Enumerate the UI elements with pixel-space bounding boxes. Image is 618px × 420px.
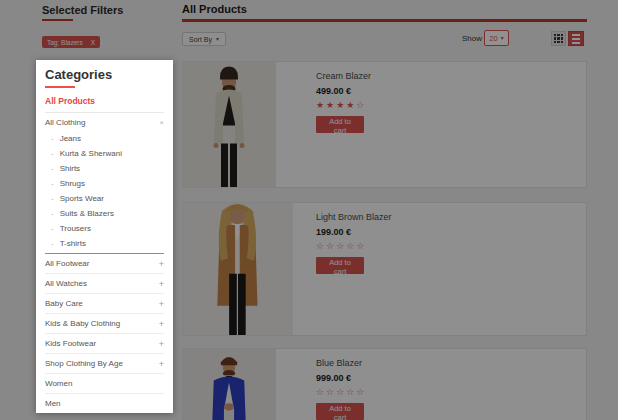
categories-panel: Categories All Products All Clothing × -… <box>36 60 173 413</box>
categories-title: Categories <box>45 68 164 82</box>
subcategory-t-shirts[interactable]: - T-shirts <box>45 236 164 251</box>
category-kids-baby-clothing[interactable]: Kids & Baby Clothing + <box>45 314 164 334</box>
expand-icon[interactable]: + <box>159 279 164 289</box>
subcategory-label: Jeans <box>60 134 81 143</box>
category-shop-clothing-by-age[interactable]: Shop Clothing By Age + <box>45 354 164 374</box>
dash-icon: - <box>51 224 54 233</box>
dash-icon: - <box>51 194 54 203</box>
category-baby-care[interactable]: Baby Care + <box>45 294 164 314</box>
subcategory-label: Shrugs <box>60 179 85 188</box>
dash-icon: - <box>51 149 54 158</box>
category-all-footwear[interactable]: All Footwear + <box>45 254 164 274</box>
category-kids-footwear[interactable]: Kids Footwear + <box>45 334 164 354</box>
subcategory-jeans[interactable]: - Jeans <box>45 131 164 146</box>
dash-icon: - <box>51 239 54 248</box>
dash-icon: - <box>51 209 54 218</box>
expand-icon[interactable]: + <box>159 299 164 309</box>
category-label: All Clothing <box>45 118 85 127</box>
category-women[interactable]: Women <box>45 374 164 394</box>
subcategory-label: Shirts <box>60 164 80 173</box>
category-all-products[interactable]: All Products <box>45 96 164 113</box>
subcategory-label: Kurta & Sherwani <box>60 149 122 158</box>
subcategory-shirts[interactable]: - Shirts <box>45 161 164 176</box>
subcategory-suits-blazers[interactable]: - Suits & Blazers <box>45 206 164 221</box>
category-label: All Watches <box>45 279 87 288</box>
category-label: Baby Care <box>45 299 83 308</box>
subcategory-label: Sports Wear <box>60 194 104 203</box>
category-label: Kids & Baby Clothing <box>45 319 120 328</box>
expand-icon[interactable]: + <box>159 359 164 369</box>
category-all-clothing[interactable]: All Clothing × <box>45 113 164 131</box>
category-label: Women <box>45 379 72 388</box>
subcategory-kurta-sherwani[interactable]: - Kurta & Sherwani <box>45 146 164 161</box>
category-label: All Footwear <box>45 259 89 268</box>
subcategory-sports-wear[interactable]: - Sports Wear <box>45 191 164 206</box>
category-label: Shop Clothing By Age <box>45 359 123 368</box>
dash-icon: - <box>51 164 54 173</box>
category-men[interactable]: Men <box>45 394 164 413</box>
category-label: Kids Footwear <box>45 339 96 348</box>
category-label: Men <box>45 399 61 408</box>
page-background: Selected Filters Tag: Blazers X All Prod… <box>0 0 618 420</box>
dash-icon: - <box>51 179 54 188</box>
category-all-watches[interactable]: All Watches + <box>45 274 164 294</box>
expand-icon[interactable]: + <box>159 319 164 329</box>
subcategory-label: Suits & Blazers <box>60 209 114 218</box>
collapse-icon[interactable]: × <box>159 118 164 127</box>
dash-icon: - <box>51 134 54 143</box>
subcategory-shrugs[interactable]: - Shrugs <box>45 176 164 191</box>
expand-icon[interactable]: + <box>159 259 164 269</box>
categories-underline <box>45 86 75 88</box>
expand-icon[interactable]: + <box>159 339 164 349</box>
subcategory-label: Trousers <box>60 224 91 233</box>
subcategory-label: T-shirts <box>60 239 86 248</box>
subcategory-trousers[interactable]: - Trousers <box>45 221 164 236</box>
